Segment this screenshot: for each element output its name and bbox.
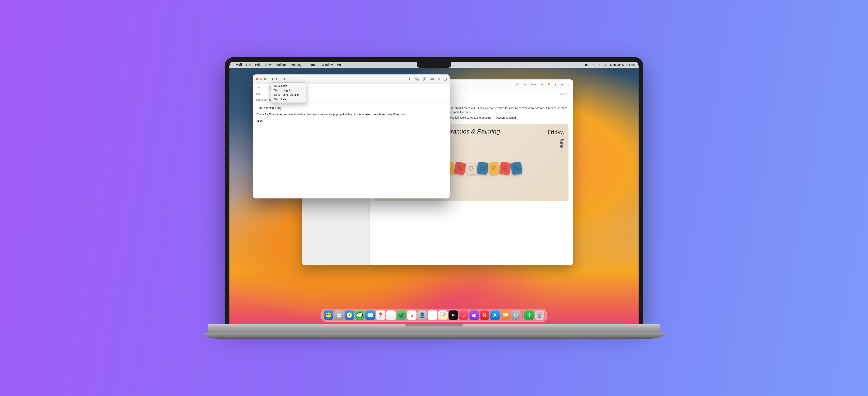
send-later-item[interactable]: Send Later... <box>271 97 306 102</box>
laptop-base <box>208 324 660 333</box>
fullscreen-button[interactable] <box>264 78 266 80</box>
laptop-screen: Mail File Edit View Mailbox Message Form… <box>225 57 643 324</box>
reply-type-icon[interactable]: ↩︎ <box>409 77 412 81</box>
search-icon[interactable]: ⌕ <box>567 83 570 87</box>
send-button-group: ➤ ▾ Send Now Send Tonight Send Tomorrow … <box>272 77 277 81</box>
attachment-text: June <box>559 138 565 201</box>
send-now-item[interactable]: Send Now <box>271 84 306 88</box>
menubar-format[interactable]: Format <box>307 63 317 66</box>
menubar-edit[interactable]: Edit <box>255 63 260 66</box>
laptop-hinge-cut <box>405 324 463 328</box>
flag-menu-icon[interactable]: ▾ <box>555 82 557 87</box>
menubar-view[interactable]: View <box>265 63 272 66</box>
podcasts-icon[interactable]: ◉ <box>469 310 479 320</box>
notes-icon[interactable]: 📝 <box>438 310 448 320</box>
menubar-clock[interactable]: Mon Jun 6 9:41 AM <box>610 63 636 66</box>
body-line: Check for flights when you see this—the … <box>256 112 446 117</box>
macbook-frame: Mail File Edit View Mailbox Message Form… <box>225 57 643 339</box>
emoji-icon[interactable]: ☺︎ <box>437 77 440 81</box>
maps-icon[interactable]: 📍 <box>376 310 385 320</box>
body-greeting: Good morning, Greg! <box>256 106 446 110</box>
books-icon[interactable]: 📖 <box>501 310 510 320</box>
cc-label: Cc: <box>256 92 269 95</box>
send-later-dropdown: Send Now Send Tonight Send Tomorrow Nigh… <box>271 82 306 103</box>
attachment-text: Friday, <box>548 129 564 136</box>
compose-toolbar: ➤ ▾ Send Now Send Tonight Send Tomorrow … <box>253 75 450 84</box>
menubar-file[interactable]: File <box>246 63 251 66</box>
body-signature: Misty <box>256 119 446 123</box>
flag-icon[interactable]: ⚑ <box>548 82 551 87</box>
menubar-app-name[interactable]: Mail <box>236 63 242 66</box>
control-center-icon[interactable]: ⌥ <box>603 63 607 66</box>
compose-window: ➤ ▾ Send Now Send Tonight Send Tomorrow … <box>253 75 450 198</box>
appstore-icon[interactable]: A <box>490 310 500 320</box>
archive-icon[interactable]: ▢ <box>516 82 520 87</box>
forward-icon[interactable]: ↪︎ <box>540 82 544 87</box>
downloads-icon[interactable]: ⬇︎ <box>524 310 534 320</box>
window-controls <box>256 78 266 80</box>
safari-icon[interactable]: 🧭 <box>345 310 354 320</box>
photo-browser-icon[interactable]: ▢ <box>444 77 447 81</box>
menubar-mailbox[interactable]: Mailbox <box>276 63 286 66</box>
wifi-icon[interactable]: ᯤ <box>592 63 595 66</box>
send-tomorrow-night-item[interactable]: Send Tomorrow Night <box>271 92 306 97</box>
battery-icon[interactable]: ▮▮▯ <box>585 63 589 66</box>
search-icon[interactable]: ⌕ <box>598 63 600 66</box>
tv-icon[interactable]: tv <box>449 310 458 320</box>
laptop-foot <box>202 333 666 339</box>
move-icon[interactable]: ⇥ <box>561 82 563 87</box>
menubar-window[interactable]: Window <box>321 63 333 66</box>
calendar-icon[interactable]: 6 <box>407 310 416 320</box>
attach-icon[interactable]: 📎 <box>415 77 419 81</box>
facetime-icon[interactable]: 📹 <box>397 310 406 320</box>
photos-icon[interactable]: ✿ <box>386 310 396 320</box>
system-icon[interactable]: ⚙︎ <box>511 310 521 320</box>
close-button[interactable] <box>256 78 258 80</box>
format-icon[interactable]: Aa <box>430 77 434 81</box>
contacts-icon[interactable]: 👤 <box>417 310 427 320</box>
mail-icon[interactable]: ✉️ <box>366 310 375 320</box>
compose-body[interactable]: Good morning, Greg! Check for flights wh… <box>253 103 450 198</box>
reply-all-icon[interactable]: ↩︎↩︎ <box>530 82 536 87</box>
messages-icon[interactable]: 💬 <box>355 310 365 320</box>
minimize-button[interactable] <box>260 78 262 80</box>
send-tonight-item[interactable]: Send Tonight <box>271 88 306 92</box>
reply-icon[interactable]: ↩︎ <box>524 82 526 87</box>
launchpad-icon[interactable]: ▦ <box>334 310 344 320</box>
subject-label: Subject: <box>256 98 269 102</box>
dock-separator <box>522 311 523 319</box>
music-icon[interactable]: ♪ <box>459 310 469 320</box>
notch <box>417 62 451 68</box>
news-icon[interactable]: N <box>480 310 489 320</box>
finder-icon[interactable]: 🙂 <box>324 310 333 320</box>
link-icon[interactable]: 🔗 <box>422 77 427 81</box>
menubar-message[interactable]: Message <box>290 63 303 66</box>
send-button-icon[interactable]: ➤ ▾ <box>272 77 277 81</box>
menubar-help[interactable]: Help <box>337 63 343 66</box>
macos-desktop: Mail File Edit View Mailbox Message Form… <box>229 62 639 324</box>
dock: 🙂▦🧭💬✉️📍✿📹6👤☰📝tv♪◉NA📖⚙︎⬇︎🗑️ <box>321 309 547 321</box>
message-timestamp: 9:34 AM <box>559 93 568 96</box>
menubar-status-right: ▮▮▯ ᯤ ⌕ ⌥ Mon Jun 6 9:41 AM <box>585 63 636 66</box>
reminders-icon[interactable]: ☰ <box>428 310 437 320</box>
header-fields-icon[interactable]: ☰▾ <box>281 77 285 81</box>
trash-icon[interactable]: 🗑️ <box>535 310 544 320</box>
to-label: To: <box>256 86 269 90</box>
